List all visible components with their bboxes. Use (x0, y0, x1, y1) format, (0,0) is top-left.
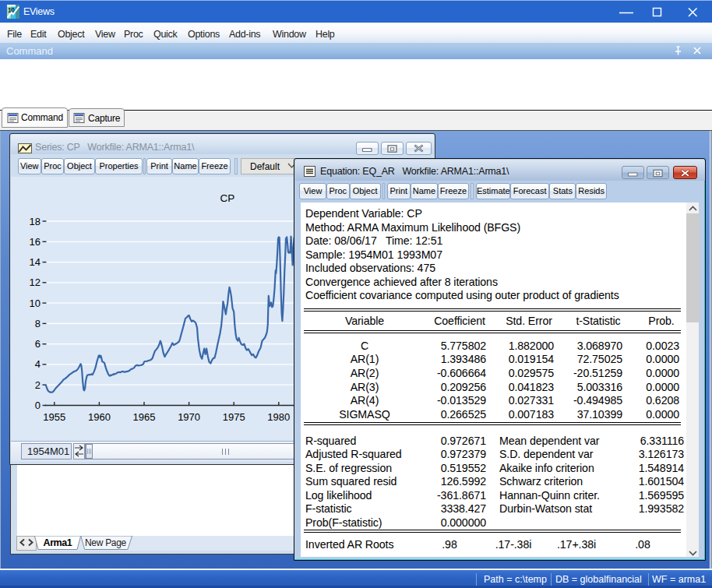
svg-text:8: 8 (35, 318, 41, 329)
svg-text:1955: 1955 (43, 411, 65, 423)
svg-text:1960: 1960 (88, 411, 111, 423)
svg-text:16: 16 (30, 236, 41, 248)
svg-text:CP: CP (220, 192, 235, 204)
svg-text:12: 12 (30, 276, 41, 288)
svg-text:1975: 1975 (223, 411, 245, 423)
svg-text:2: 2 (35, 379, 41, 391)
svg-text:14: 14 (30, 256, 41, 268)
svg-text:10: 10 (30, 298, 41, 309)
svg-text:0: 0 (35, 400, 41, 411)
svg-text:1970: 1970 (178, 411, 200, 423)
svg-text:1965: 1965 (133, 411, 156, 423)
svg-text:4: 4 (35, 358, 41, 370)
svg-text:18: 18 (30, 216, 41, 227)
svg-text:6: 6 (35, 338, 41, 350)
svg-text:1980: 1980 (267, 411, 290, 423)
